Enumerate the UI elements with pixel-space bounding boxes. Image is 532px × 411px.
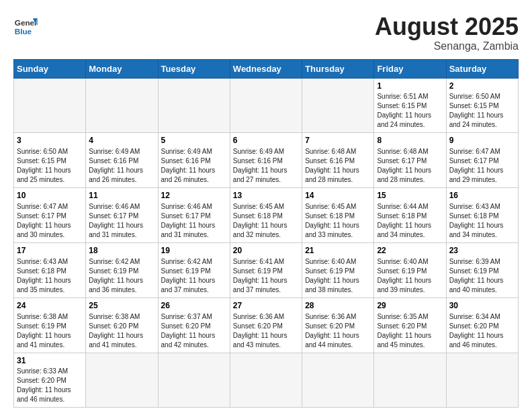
calendar-day-cell [86,78,158,133]
weekday-header-monday: Monday [86,59,158,78]
day-info: Sunrise: 6:38 AMSunset: 6:19 PMDaylight:… [17,312,83,350]
day-info: Sunrise: 6:39 AMSunset: 6:19 PMDaylight:… [449,257,515,295]
calendar-day-cell: 20Sunrise: 6:41 AMSunset: 6:19 PMDayligh… [230,242,302,298]
calendar-day-cell: 24Sunrise: 6:38 AMSunset: 6:19 PMDayligh… [14,298,86,353]
day-number: 10 [17,190,83,201]
calendar-day-cell [158,353,230,408]
day-info: Sunrise: 6:48 AMSunset: 6:17 PMDaylight:… [377,147,443,185]
calendar-day-cell: 21Sunrise: 6:40 AMSunset: 6:19 PMDayligh… [302,242,374,298]
calendar-day-cell [302,78,374,133]
day-info: Sunrise: 6:36 AMSunset: 6:20 PMDaylight:… [305,312,371,350]
calendar-day-cell [230,353,302,408]
calendar-day-cell: 15Sunrise: 6:44 AMSunset: 6:18 PMDayligh… [374,188,446,243]
calendar-day-cell: 7Sunrise: 6:48 AMSunset: 6:16 PMDaylight… [302,133,374,188]
day-info: Sunrise: 6:36 AMSunset: 6:20 PMDaylight:… [233,312,299,350]
weekday-header-tuesday: Tuesday [158,59,230,78]
day-number: 18 [89,245,154,257]
day-number: 19 [161,245,227,257]
day-info: Sunrise: 6:43 AMSunset: 6:18 PMDaylight:… [17,257,83,295]
calendar-day-cell: 10Sunrise: 6:47 AMSunset: 6:17 PMDayligh… [14,188,86,243]
day-number: 4 [89,135,154,146]
day-info: Sunrise: 6:44 AMSunset: 6:18 PMDaylight:… [377,202,443,240]
day-number: 9 [449,135,515,146]
day-number: 27 [233,300,299,312]
day-number: 28 [305,300,371,312]
day-info: Sunrise: 6:49 AMSunset: 6:16 PMDaylight:… [233,147,299,185]
calendar-day-cell: 5Sunrise: 6:49 AMSunset: 6:16 PMDaylight… [158,133,230,188]
calendar-day-cell: 18Sunrise: 6:42 AMSunset: 6:19 PMDayligh… [86,242,158,298]
day-number: 15 [377,190,443,201]
day-info: Sunrise: 6:50 AMSunset: 6:15 PMDaylight:… [17,147,83,185]
day-info: Sunrise: 6:51 AMSunset: 6:15 PMDaylight:… [377,92,443,130]
calendar-week-row: 1Sunrise: 6:51 AMSunset: 6:15 PMDaylight… [14,78,519,133]
day-number: 29 [377,300,443,312]
day-number: 14 [305,190,371,201]
day-info: Sunrise: 6:45 AMSunset: 6:18 PMDaylight:… [305,202,371,240]
calendar-day-cell: 30Sunrise: 6:34 AMSunset: 6:20 PMDayligh… [446,298,518,353]
calendar-day-cell: 13Sunrise: 6:45 AMSunset: 6:18 PMDayligh… [230,188,302,243]
calendar-day-cell: 4Sunrise: 6:49 AMSunset: 6:16 PMDaylight… [86,133,158,188]
calendar-day-cell: 17Sunrise: 6:43 AMSunset: 6:18 PMDayligh… [14,242,86,298]
calendar-day-cell: 12Sunrise: 6:46 AMSunset: 6:17 PMDayligh… [158,188,230,243]
month-year-title: August 2025 [375,13,519,40]
day-number: 12 [161,190,227,201]
day-info: Sunrise: 6:40 AMSunset: 6:19 PMDaylight:… [305,257,371,295]
weekday-header-row: SundayMondayTuesdayWednesdayThursdayFrid… [14,59,519,78]
calendar-week-row: 17Sunrise: 6:43 AMSunset: 6:18 PMDayligh… [14,242,519,298]
location-subtitle: Senanga, Zambia [375,40,519,52]
day-info: Sunrise: 6:45 AMSunset: 6:18 PMDaylight:… [233,202,299,240]
calendar-day-cell [374,353,446,408]
calendar-day-cell: 29Sunrise: 6:35 AMSunset: 6:20 PMDayligh… [374,298,446,353]
day-number: 23 [449,245,515,257]
svg-text:Blue: Blue [15,27,32,36]
logo: General Blue [13,13,38,38]
day-number: 8 [377,135,443,146]
day-number: 5 [161,135,227,146]
day-info: Sunrise: 6:42 AMSunset: 6:19 PMDaylight:… [161,257,227,295]
day-number: 25 [89,300,154,312]
calendar-day-cell: 9Sunrise: 6:47 AMSunset: 6:17 PMDaylight… [446,133,518,188]
weekday-header-thursday: Thursday [302,59,374,78]
calendar-day-cell: 14Sunrise: 6:45 AMSunset: 6:18 PMDayligh… [302,188,374,243]
day-number: 7 [305,135,371,146]
day-number: 20 [233,245,299,257]
calendar-day-cell: 23Sunrise: 6:39 AMSunset: 6:19 PMDayligh… [446,242,518,298]
calendar-day-cell: 31Sunrise: 6:33 AMSunset: 6:20 PMDayligh… [14,353,86,408]
title-block: August 2025 Senanga, Zambia [375,13,519,52]
calendar-day-cell: 3Sunrise: 6:50 AMSunset: 6:15 PMDaylight… [14,133,86,188]
day-info: Sunrise: 6:34 AMSunset: 6:20 PMDaylight:… [449,312,515,350]
calendar-table: SundayMondayTuesdayWednesdayThursdayFrid… [13,59,519,408]
day-info: Sunrise: 6:46 AMSunset: 6:17 PMDaylight:… [161,202,227,240]
day-info: Sunrise: 6:50 AMSunset: 6:15 PMDaylight:… [449,92,515,130]
calendar-day-cell: 2Sunrise: 6:50 AMSunset: 6:15 PMDaylight… [446,78,518,133]
day-number: 26 [161,300,227,312]
day-number: 3 [17,135,83,146]
day-number: 16 [449,190,515,201]
day-info: Sunrise: 6:49 AMSunset: 6:16 PMDaylight:… [89,147,154,185]
calendar-week-row: 31Sunrise: 6:33 AMSunset: 6:20 PMDayligh… [14,353,519,408]
calendar-day-cell [158,78,230,133]
calendar-day-cell: 16Sunrise: 6:43 AMSunset: 6:18 PMDayligh… [446,188,518,243]
day-info: Sunrise: 6:42 AMSunset: 6:19 PMDaylight:… [89,257,154,295]
day-number: 21 [305,245,371,257]
calendar-day-cell: 22Sunrise: 6:40 AMSunset: 6:19 PMDayligh… [374,242,446,298]
logo-icon: General Blue [13,13,38,38]
weekday-header-sunday: Sunday [14,59,86,78]
day-info: Sunrise: 6:41 AMSunset: 6:19 PMDaylight:… [233,257,299,295]
day-number: 30 [449,300,515,312]
calendar-week-row: 24Sunrise: 6:38 AMSunset: 6:19 PMDayligh… [14,298,519,353]
day-info: Sunrise: 6:47 AMSunset: 6:17 PMDaylight:… [449,147,515,185]
calendar-day-cell [14,78,86,133]
calendar-day-cell: 25Sunrise: 6:38 AMSunset: 6:20 PMDayligh… [86,298,158,353]
day-number: 6 [233,135,299,146]
day-number: 24 [17,300,83,312]
calendar-day-cell: 1Sunrise: 6:51 AMSunset: 6:15 PMDaylight… [374,78,446,133]
weekday-header-saturday: Saturday [446,59,518,78]
day-info: Sunrise: 6:49 AMSunset: 6:16 PMDaylight:… [161,147,227,185]
weekday-header-friday: Friday [374,59,446,78]
calendar-day-cell [302,353,374,408]
day-number: 1 [377,81,443,92]
day-number: 13 [233,190,299,201]
weekday-header-wednesday: Wednesday [230,59,302,78]
calendar-day-cell [86,353,158,408]
